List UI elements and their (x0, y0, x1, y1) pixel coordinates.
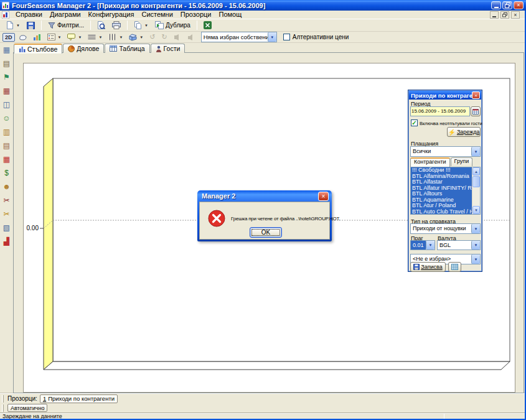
vertical-grid-button[interactable]: ▼ (106, 32, 125, 42)
contractors-scrollbar[interactable]: ▲ ▼ (472, 167, 480, 214)
error-dialog-close-button[interactable]: × (318, 192, 329, 201)
contractor-item[interactable]: BTL Alfatur INFINITY/ Romania (411, 185, 472, 192)
dropdown-arrow-icon: ▼ (16, 24, 20, 27)
mdi-minimize-button[interactable] (490, 11, 499, 19)
discounts-icon[interactable]: ✂ (1, 195, 12, 205)
mode-2d-button[interactable]: 2D (2, 33, 15, 42)
menu-item-diagrami[interactable]: Диаграми (46, 11, 85, 19)
chart-shape-button[interactable] (16, 32, 29, 42)
group-cards-icon[interactable]: ▧ (1, 222, 12, 233)
tariff-table-icon[interactable]: ▦ (1, 154, 12, 164)
alt-prices-checkbox-row[interactable]: Алтернативни цени (283, 34, 349, 40)
print-preview-button[interactable] (95, 20, 108, 30)
dropdown-arrow-icon: ▼ (78, 35, 82, 39)
ok-button[interactable]: OK (250, 227, 282, 238)
series-marks-button[interactable] (31, 32, 44, 42)
calendar-icon[interactable]: ▦ (1, 85, 12, 96)
tab-guests[interactable]: Гости (151, 44, 186, 53)
load-button[interactable]: ⚡ Зарежда (447, 127, 481, 137)
scroll-down-button[interactable]: ▼ (472, 206, 480, 214)
calendar-button[interactable] (471, 106, 481, 116)
currency-combobox[interactable]: BGL ▼ (437, 240, 481, 250)
export-excel-button[interactable] (201, 20, 214, 30)
tab-groups[interactable]: Групи (451, 157, 473, 166)
window-button-revenue-report[interactable]: 1 Приходи по контрагенти (40, 394, 118, 403)
copy-button[interactable]: ▼ (131, 20, 151, 30)
save-report-button[interactable]: Записва (410, 262, 446, 272)
tab-contractors[interactable]: Контрагенти (410, 157, 450, 167)
reservation-plan-icon[interactable]: ◫ (1, 99, 12, 110)
close-button[interactable]: × (514, 1, 524, 9)
title-bar[interactable]: FourSeasons Manager 2 - [Приходи по конт… (0, 0, 526, 11)
rotate-ccw-icon: ↺ (149, 34, 155, 40)
period-input[interactable]: 15.06.2009 - 15.06.2009 (410, 106, 470, 116)
toolbar-grip[interactable] (2, 395, 4, 403)
payments-icon[interactable]: $ (1, 167, 12, 178)
statistics-icon[interactable]: ▟ (1, 236, 12, 246)
rooms-grid-icon[interactable]: ▦ (1, 44, 12, 55)
panel-close-button[interactable]: × (472, 91, 480, 99)
dropdown-arrow-icon: ▼ (144, 24, 148, 27)
legend-button[interactable]: ▼ (45, 32, 64, 42)
report-page-icon[interactable]: ▤ (1, 58, 12, 68)
move-back-button[interactable] (171, 33, 184, 42)
panel-titlebar[interactable]: Приходи по контрагенти × (409, 91, 481, 100)
debtors-icon[interactable]: ☻ (1, 181, 12, 192)
scroll-thumb[interactable] (472, 176, 480, 187)
automatic-button[interactable]: Автоматично (7, 404, 47, 412)
price-cut-icon[interactable]: ✂ (1, 208, 12, 219)
menu-item-sistemni[interactable]: Системни (138, 11, 176, 19)
filters-label: Филтри... (57, 22, 84, 29)
menu-item-prozortsi[interactable]: Прозорци (177, 11, 215, 19)
contractor-item[interactable]: BTL Auto Club Travel / Hungary (411, 209, 472, 215)
report-type-combobox[interactable]: Приходи от нощувки ▼ (410, 223, 481, 234)
rotate-right-button[interactable]: ↻ (159, 32, 170, 42)
contractor-item[interactable]: BTL Alfamina/Romania (411, 174, 472, 180)
new-document-icon (6, 21, 14, 29)
tab-table[interactable]: Таблица (105, 44, 149, 53)
tab-pie[interactable]: Дялове (63, 44, 104, 53)
include-guests-checkbox[interactable]: ✓ (411, 119, 418, 126)
lightning-icon: ⚡ (448, 129, 455, 136)
folders-icon[interactable]: ▥ (1, 126, 12, 137)
toolbar-grip[interactable] (2, 404, 4, 412)
save-button[interactable] (24, 20, 37, 30)
application-window: FourSeasons Manager 2 - [Приходи по конт… (0, 0, 526, 420)
contractor-item[interactable]: BTL Aquamarine (411, 197, 472, 203)
scroll-up-button[interactable]: ▲ (472, 167, 480, 175)
threshold-combobox[interactable]: 0.01 ▼ (410, 240, 435, 250)
contractor-item[interactable]: BTL Atur / Poland (411, 203, 472, 209)
filters-button[interactable]: Филтри... (45, 21, 87, 30)
horizontal-grid-button[interactable]: ▼ (85, 32, 105, 42)
contractor-item[interactable]: BTL Alfastar (411, 179, 472, 185)
grid-view-button[interactable] (448, 262, 461, 272)
menu-item-pomosht[interactable]: Помощ (215, 11, 245, 19)
mdi-restore-button[interactable] (500, 11, 509, 19)
payments-combobox[interactable]: Всички ▼ (410, 146, 481, 157)
tab-columns[interactable]: Стълбове (14, 44, 62, 54)
menu-item-spravki[interactable]: Справки (12, 11, 46, 19)
error-dialog-title: Manager 2 (202, 192, 318, 200)
new-report-button[interactable]: ▼ (4, 20, 22, 30)
card-index-icon[interactable]: ▤ (1, 140, 12, 151)
duplicate-label: Дублира (166, 22, 190, 29)
contractor-item[interactable]: !!! Свободни !!! (411, 167, 472, 174)
rotate-left-button[interactable]: ↺ (147, 32, 157, 42)
owner-combobox[interactable]: Няма избран собственици ▼ (201, 32, 277, 42)
print-button[interactable] (110, 20, 123, 30)
mdi-close-button[interactable]: × (511, 11, 520, 19)
move-front-button[interactable] (185, 33, 197, 42)
menu-item-konfiguratsia[interactable]: Конфигурация (85, 11, 138, 19)
contractor-item[interactable]: BTL Alltours (411, 191, 472, 197)
restore-button[interactable] (502, 1, 512, 9)
depth-3d-button[interactable]: ▼ (126, 32, 146, 42)
error-dialog-titlebar[interactable]: Manager 2 × (199, 190, 330, 202)
bulgaria-flag-icon[interactable]: ⚑ (1, 72, 12, 82)
document-icon (2, 11, 9, 19)
duplicate-button[interactable]: Дублира (153, 20, 193, 30)
include-guests-label: Включва неотпътували гости (420, 121, 482, 126)
minimize-button[interactable] (491, 1, 501, 9)
labels-callout-button[interactable]: ▼ (65, 32, 84, 42)
guests-icon[interactable]: ☺ (1, 113, 12, 123)
alt-prices-checkbox[interactable] (283, 34, 290, 40)
